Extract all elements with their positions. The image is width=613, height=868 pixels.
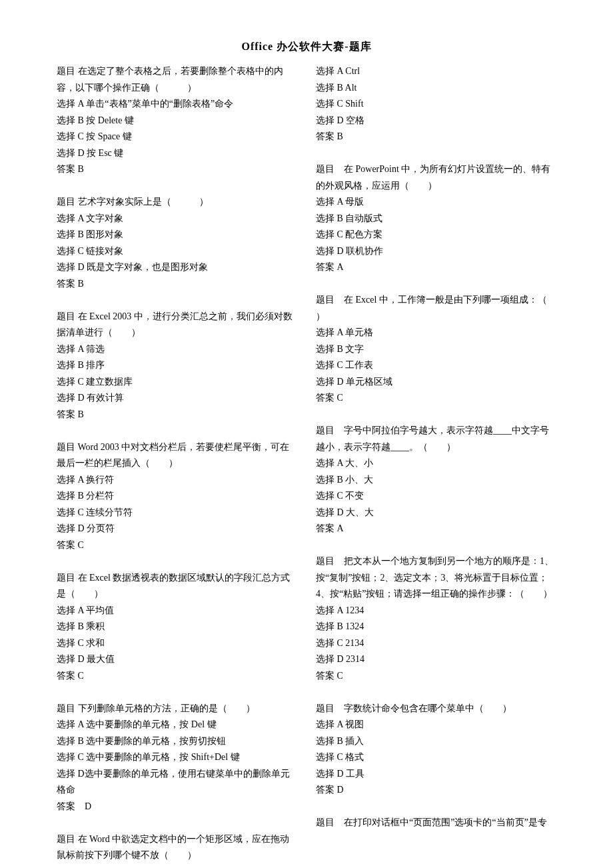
text-line: 选择 C 配色方案	[316, 227, 556, 243]
text-line: 题目 Word 2003 中对文档分栏后，若要使栏尾平衡，可在最后一栏的栏尾插入…	[57, 439, 297, 472]
text-line: 题目 在 Excel 2003 中，进行分类汇总之前，我们必须对数据清单进行（ …	[57, 309, 297, 341]
text-line: 选择 D 工具	[316, 766, 556, 783]
text-line: 选择 C 选中要删除的单元格，按 Shift+Del 键	[57, 749, 297, 766]
text-line: 题目 艺术字对象实际上是（ ）	[57, 194, 297, 211]
document-page: Office 办公软件大赛-题库 题目 在选定了整个表格之后，若要删除整个表格中…	[0, 0, 613, 868]
text-line: 答案 B	[57, 407, 297, 423]
text-line: 选择 B 文字	[316, 341, 556, 358]
text-line: 题目 在打印对话框中“页面范围”选项卡的“当前页”是专	[316, 815, 556, 831]
text-line: 选择 D 大、大	[316, 505, 556, 521]
text-line: 选择 B 插入	[316, 733, 556, 750]
text-line: 题目 把文本从一个地方复制到另一个地方的顺序是：1、按“复制”按钮；2、选定文本…	[316, 553, 556, 603]
text-line: 答案 B	[316, 129, 556, 145]
text-line: 答案 A	[316, 521, 556, 537]
text-line: 选择 A 单元格	[316, 325, 556, 341]
text-line: 选择 C 连续分节符	[57, 505, 297, 521]
text-line: 选择 B Alt	[316, 80, 556, 97]
text-line: 选择 A 换行符	[57, 472, 297, 489]
text-line: 选择 B 按 Delete 键	[57, 113, 297, 129]
text-line: 选择 D 有效计算	[57, 390, 297, 407]
text-line: 答案 B	[57, 276, 297, 293]
text-line: 选择 A 视图	[316, 717, 556, 733]
text-line: 选择 D 最大值	[57, 651, 297, 668]
text-line: 选择 A Ctrl	[316, 63, 556, 80]
text-line: 选择 C Shift	[316, 96, 556, 113]
text-line: 题目 在选定了整个表格之后，若要删除整个表格中的内容，以下哪个操作正确（ ）	[57, 63, 297, 96]
text-line: 选择 D 按 Esc 键	[57, 145, 297, 162]
text-line: 选择 C 工作表	[316, 357, 556, 374]
text-line: 题目 字号中阿拉伯字号越大，表示字符越____中文字号越小，表示字符越____。…	[316, 423, 556, 455]
text-line: 选择 B 自动版式	[316, 211, 556, 227]
text-line: 选择 D选中要删除的单元格，使用右键菜单中的删除单元格命	[57, 766, 297, 799]
text-line: 答案 D	[57, 799, 297, 815]
text-line: 答案 C	[316, 668, 556, 685]
text-line: 答案 D	[316, 782, 556, 799]
text-line: 答案 B	[57, 161, 297, 178]
text-line: 选择 C 链接对象	[57, 243, 297, 260]
text-line: 选择 B 小、大	[316, 472, 556, 489]
document-title: Office 办公软件大赛-题库	[57, 40, 556, 54]
text-line: 答案 C	[316, 390, 556, 407]
text-line: 选择 A 大、小	[316, 455, 556, 472]
text-line: 选择 B 分栏符	[57, 488, 297, 505]
text-line: 选择 D 2314	[316, 651, 556, 668]
text-line: 选择 A 选中要删除的单元格，按 Del 键	[57, 717, 297, 733]
text-line: 选择 D 空格	[316, 113, 556, 129]
text-line: 题目 字数统计命令包含在哪个菜单中（ ）	[316, 701, 556, 717]
text-line: 题目 下列删除单元格的方法，正确的是（ ）	[57, 701, 297, 717]
text-line: 选择 A 平均值	[57, 603, 297, 619]
text-line: 题目 在 Word 中欲选定文档中的一个矩形区域，应在拖动鼠标前按下列哪个键不放…	[57, 831, 297, 864]
text-line: 题目 在 PowerPoint 中，为所有幻灯片设置统一的、特有的外观风格，应运…	[316, 161, 556, 194]
text-line: 答案 C	[57, 668, 297, 685]
text-line: 选择 C 求和	[57, 635, 297, 652]
text-line: 题目 在 Excel 数据透视表的数据区域默认的字段汇总方式是（ ）	[57, 570, 297, 603]
text-line: 题目 在 Excel 中，工作簿一般是由下列哪一项组成：（ ）	[316, 292, 556, 325]
text-line: 选择 A 文字对象	[57, 211, 297, 227]
document-body: 题目 在选定了整个表格之后，若要删除整个表格中的内容，以下哪个操作正确（ ）选择…	[57, 63, 556, 864]
text-line: 选择 C 不变	[316, 488, 556, 505]
text-line: 选择 C 2134	[316, 635, 556, 652]
text-line: 选择 B 乘积	[57, 619, 297, 635]
text-line: 选择 D 联机协作	[316, 243, 556, 260]
text-line: 选择 A 单击“表格”菜单中的“删除表格”命令	[57, 96, 297, 113]
text-line: 选择 A 1234	[316, 603, 556, 619]
text-line: 选择 A 筛选	[57, 341, 297, 358]
text-line: 选择 D 单元格区域	[316, 374, 556, 391]
text-line: 选择 B 图形对象	[57, 227, 297, 243]
text-line: 答案 C	[57, 537, 297, 554]
text-line: 答案 A	[316, 259, 556, 276]
text-line: 选择 A 母版	[316, 194, 556, 211]
text-line: 选择 C 按 Space 键	[57, 129, 297, 145]
text-line: 选择 B 1324	[316, 619, 556, 635]
text-line: 选择 D 既是文字对象，也是图形对象	[57, 259, 297, 276]
text-line: 选择 B 排序	[57, 357, 297, 374]
text-line: 选择 B 选中要删除的单元格，按剪切按钮	[57, 733, 297, 750]
text-line: 选择 D 分页符	[57, 521, 297, 537]
text-line: 选择 C 格式	[316, 749, 556, 766]
text-line: 选择 C 建立数据库	[57, 374, 297, 391]
